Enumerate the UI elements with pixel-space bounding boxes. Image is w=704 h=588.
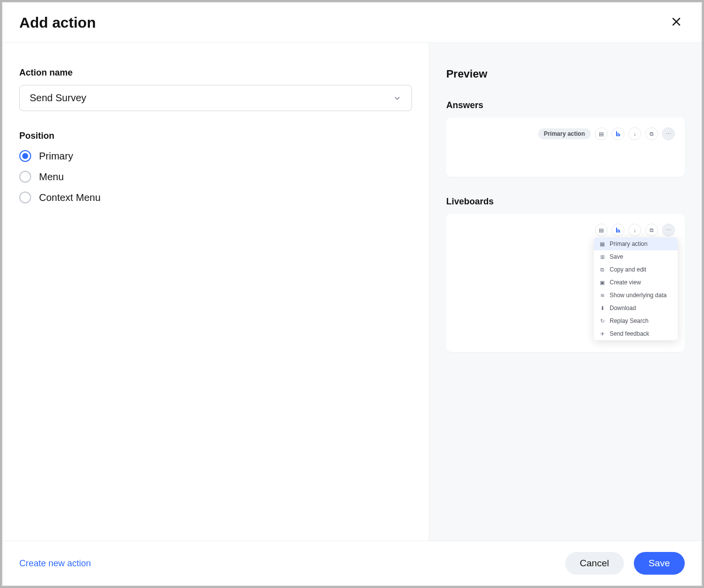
chart-icon	[612, 224, 624, 236]
action-name-select[interactable]: Send Survey	[19, 85, 412, 111]
liveboards-preview-card: ▤ ↓ ⧉ ⋯ ▦ Primary action ⊞ Save	[446, 214, 685, 352]
pin-icon: ↓	[628, 224, 641, 236]
list-icon: ▦	[599, 240, 606, 247]
close-button[interactable]	[668, 13, 685, 32]
action-name-label: Action name	[19, 68, 412, 78]
view-icon: ▣	[599, 279, 606, 286]
save-button[interactable]: Save	[634, 552, 685, 575]
menu-item-send-feedback: ✈ Send feedback	[594, 327, 678, 340]
modal-title: Add action	[19, 14, 96, 31]
radio-icon	[19, 171, 31, 183]
radio-label: Context Menu	[39, 192, 101, 203]
preview-heading: Preview	[446, 68, 685, 80]
menu-item-copy-edit: ⧉ Copy and edit	[594, 263, 678, 276]
position-radio-context-menu[interactable]: Context Menu	[19, 192, 412, 203]
liveboards-label: Liveboards	[446, 196, 685, 207]
answers-preview-card: Primary action ▤ ↓ ⧉ ⋯	[446, 118, 685, 177]
modal-header: Add action	[2, 2, 702, 43]
position-label: Position	[19, 131, 412, 141]
menu-item-create-view: ▣ Create view	[594, 276, 678, 289]
table-icon: ▤	[595, 224, 608, 236]
cancel-button[interactable]: Cancel	[565, 552, 624, 575]
download-icon: ⬇	[599, 305, 606, 312]
menu-item-primary-action: ▦ Primary action	[594, 237, 678, 250]
save-icon: ⊞	[599, 253, 606, 260]
table-icon: ▤	[595, 127, 608, 140]
bell-icon: ⧉	[645, 224, 658, 236]
position-group: Position Primary Menu Context Menu	[19, 131, 412, 203]
answers-label: Answers	[446, 100, 685, 111]
chart-icon	[612, 127, 624, 140]
menu-item-save: ⊞ Save	[594, 250, 678, 263]
create-new-action-link[interactable]: Create new action	[19, 558, 91, 569]
send-icon: ✈	[599, 330, 606, 337]
primary-action-pill: Primary action	[538, 128, 591, 139]
pin-icon: ↓	[628, 127, 641, 140]
bell-icon: ⧉	[645, 127, 658, 140]
replay-icon: ↻	[599, 317, 606, 324]
more-icon: ⋯	[662, 127, 675, 140]
form-pane: Action name Send Survey Position Primary…	[2, 43, 429, 541]
radio-label: Menu	[39, 171, 64, 183]
layers-icon: ≋	[599, 292, 606, 299]
chevron-down-icon	[393, 94, 402, 103]
modal-body: Action name Send Survey Position Primary…	[2, 43, 702, 541]
menu-item-replay-search: ↻ Replay Search	[594, 314, 678, 327]
copy-icon: ⧉	[599, 266, 606, 273]
preview-pane: Preview Answers Primary action ▤ ↓ ⧉ ⋯ L…	[429, 43, 702, 541]
action-name-value: Send Survey	[30, 92, 86, 104]
radio-label: Primary	[39, 151, 73, 162]
menu-item-download: ⬇ Download	[594, 302, 678, 314]
radio-icon	[19, 192, 31, 203]
position-radio-primary[interactable]: Primary	[19, 150, 412, 162]
menu-item-show-underlying: ≋ Show underlying data	[594, 289, 678, 302]
position-radio-menu[interactable]: Menu	[19, 171, 412, 183]
context-menu-popup: ▦ Primary action ⊞ Save ⧉ Copy and edit …	[594, 237, 678, 340]
modal-footer: Create new action Cancel Save	[2, 541, 702, 586]
close-icon	[671, 16, 682, 27]
add-action-modal: Add action Action name Send Survey Posit…	[2, 2, 702, 586]
more-icon: ⋯	[662, 224, 675, 236]
radio-icon	[19, 150, 31, 162]
